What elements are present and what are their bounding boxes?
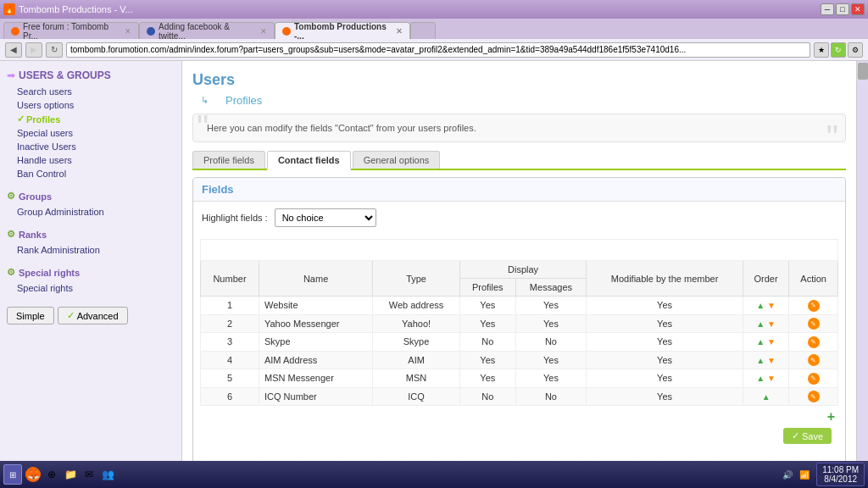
cell-order: ▲ ▼ xyxy=(743,369,788,388)
tab-label-1: Free forum : Tombomb Pr... xyxy=(23,22,121,41)
cell-order: ▲ ▼ xyxy=(743,333,788,352)
order-up-icon[interactable]: ▲ xyxy=(762,392,771,402)
cell-name: AIM Address xyxy=(259,351,372,369)
tab-profile-fields[interactable]: Profile fields xyxy=(192,151,265,169)
simple-button[interactable]: Simple xyxy=(7,307,54,324)
users-icon[interactable]: 👥 xyxy=(100,467,115,482)
order-down-icon[interactable]: ▼ xyxy=(767,319,776,329)
order-down-icon[interactable]: ▼ xyxy=(767,356,776,365)
cell-number: 5 xyxy=(201,369,259,388)
advanced-label: Advanced xyxy=(77,311,119,321)
scrollbar-track[interactable] xyxy=(856,61,868,461)
cell-messages: Yes xyxy=(515,297,587,315)
close-button[interactable]: ✕ xyxy=(851,3,865,15)
sidebar-item-ban-control[interactable]: Ban Control xyxy=(0,167,181,180)
table-row: 4 AIM Address AIM Yes Yes Yes ▲ ▼ ✎ xyxy=(201,351,838,369)
bookmark-icon[interactable]: ★ xyxy=(814,42,829,58)
scrollbar-thumb[interactable] xyxy=(858,63,868,80)
tab-close-1[interactable]: ✕ xyxy=(125,27,131,36)
cell-profiles: Yes xyxy=(459,314,515,333)
modify-action-icon[interactable]: ✎ xyxy=(808,300,820,312)
cell-action: ✎ xyxy=(789,387,838,406)
modify-action-icon[interactable]: ✎ xyxy=(808,318,820,330)
tab-close-2[interactable]: ✕ xyxy=(260,27,267,36)
open-quote: " xyxy=(197,110,209,144)
taskbar-left: ⊞ 🦊 ⊕ 📁 ✉ 👥 xyxy=(3,464,115,485)
mail-icon[interactable]: ✉ xyxy=(81,467,97,482)
groups-icon: ⚙ xyxy=(7,191,15,202)
main-layout: ➡ USERS & GROUPS Search users Users opti… xyxy=(0,61,868,461)
subtitle-arrow: ↳ xyxy=(201,95,209,106)
cell-modifiable: Yes xyxy=(587,351,743,369)
tab-list: Profile fields Contact fields General op… xyxy=(192,151,846,170)
minimize-button[interactable]: ─ xyxy=(821,3,834,15)
cell-action: ✎ xyxy=(789,333,838,352)
sidebar-item-rank-admin[interactable]: Rank Administration xyxy=(0,243,181,257)
modify-action-icon[interactable]: ✎ xyxy=(808,336,820,348)
save-check-icon: ✓ xyxy=(792,430,799,441)
sidebar-item-handle-users[interactable]: Handle users xyxy=(0,153,181,167)
sidebar-item-users-options[interactable]: Users options xyxy=(0,98,181,112)
sidebar-item-special-rights[interactable]: Special rights xyxy=(0,281,181,295)
cell-messages: Yes xyxy=(515,369,587,388)
sidebar-item-search-users[interactable]: Search users xyxy=(0,85,181,98)
col-display-messages: Messages xyxy=(515,279,587,297)
order-down-icon[interactable]: ▼ xyxy=(767,374,776,383)
order-down-icon[interactable]: ▼ xyxy=(767,301,776,310)
reload-button[interactable]: ↻ xyxy=(46,42,63,58)
back-button[interactable]: ◀ xyxy=(5,42,22,58)
browser-tab-4[interactable] xyxy=(410,22,436,39)
sidebar-item-inactive-users[interactable]: Inactive Users xyxy=(0,140,181,153)
order-up-icon[interactable]: ▲ xyxy=(756,319,765,329)
address-bar[interactable] xyxy=(66,42,810,58)
col-display: Display xyxy=(459,261,586,279)
browser-tab-2[interactable]: Adding facebook & twitte... ✕ xyxy=(139,22,275,39)
advanced-button[interactable]: ✓ Advanced xyxy=(58,307,128,324)
network-icon[interactable]: 📶 xyxy=(799,470,810,480)
order-up-icon[interactable]: ▲ xyxy=(756,337,765,347)
highlight-row: Highlight fields : No choice Yes No xyxy=(193,202,845,234)
forward-button[interactable]: ▶ xyxy=(25,42,42,58)
add-field-button[interactable]: + xyxy=(827,409,835,424)
cell-profiles: Yes xyxy=(459,351,515,369)
tab-close-3[interactable]: ✕ xyxy=(396,27,403,36)
volume-icon[interactable]: 🔊 xyxy=(782,470,793,480)
folder-icon[interactable]: 📁 xyxy=(63,467,78,482)
highlight-select[interactable]: No choice Yes No xyxy=(275,208,376,227)
modify-action-icon[interactable]: ✎ xyxy=(808,354,820,366)
tab-general-options[interactable]: General options xyxy=(353,151,441,169)
order-down-icon[interactable]: ▼ xyxy=(767,337,776,347)
tab-contact-fields[interactable]: Contact fields xyxy=(267,151,351,170)
browser-tab-3[interactable]: Tombomb Productions -... ✕ xyxy=(275,22,410,39)
table-row: 3 Skype Skype No No Yes ▲ ▼ ✎ xyxy=(201,333,838,352)
tab-bar: Free forum : Tombomb Pr... ✕ Adding face… xyxy=(0,19,868,39)
start-button[interactable]: ⊞ xyxy=(3,464,22,485)
tab-favicon-1 xyxy=(11,27,19,36)
chrome-icon[interactable]: ⊕ xyxy=(44,467,59,482)
maximize-button[interactable]: □ xyxy=(836,3,849,15)
cell-messages: No xyxy=(515,333,587,352)
fields-table-container: Fields list Number Name Type Display Mod… xyxy=(200,239,838,447)
cell-profiles: No xyxy=(459,387,515,406)
save-button[interactable]: ✓ Save xyxy=(783,428,832,444)
sidebar-item-group-admin[interactable]: Group Administration xyxy=(0,205,181,219)
firefox-icon[interactable]: 🦊 xyxy=(25,467,41,482)
clock-date: 8/4/2012 xyxy=(822,474,859,484)
order-up-icon[interactable]: ▲ xyxy=(756,301,765,310)
modify-action-icon[interactable]: ✎ xyxy=(808,391,820,402)
refresh-icon[interactable]: ↻ xyxy=(831,42,846,58)
browser-tab-1[interactable]: Free forum : Tombomb Pr... ✕ xyxy=(3,22,139,39)
cell-order: ▲ ▼ xyxy=(743,297,788,315)
tools-icon[interactable]: ⚙ xyxy=(848,42,863,58)
content-area: Users ↳ Profiles " Here you can modify t… xyxy=(182,61,856,461)
order-up-icon[interactable]: ▲ xyxy=(756,356,765,365)
order-up-icon[interactable]: ▲ xyxy=(756,374,765,383)
description-text: Here you can modify the fields "Contact"… xyxy=(207,123,476,133)
sidebar-item-special-users[interactable]: Special users xyxy=(0,126,181,140)
sidebar-divider-4 xyxy=(0,295,181,302)
table-row: 5 MSN Messenger MSN Yes Yes Yes ▲ ▼ ✎ xyxy=(201,369,838,388)
page-title: Users xyxy=(192,68,846,92)
table-row: 6 ICQ Number ICQ No No Yes ▲ ✎ xyxy=(201,387,838,406)
sidebar-item-profiles[interactable]: ✓ Profiles xyxy=(0,112,181,126)
modify-action-icon[interactable]: ✎ xyxy=(808,373,820,385)
